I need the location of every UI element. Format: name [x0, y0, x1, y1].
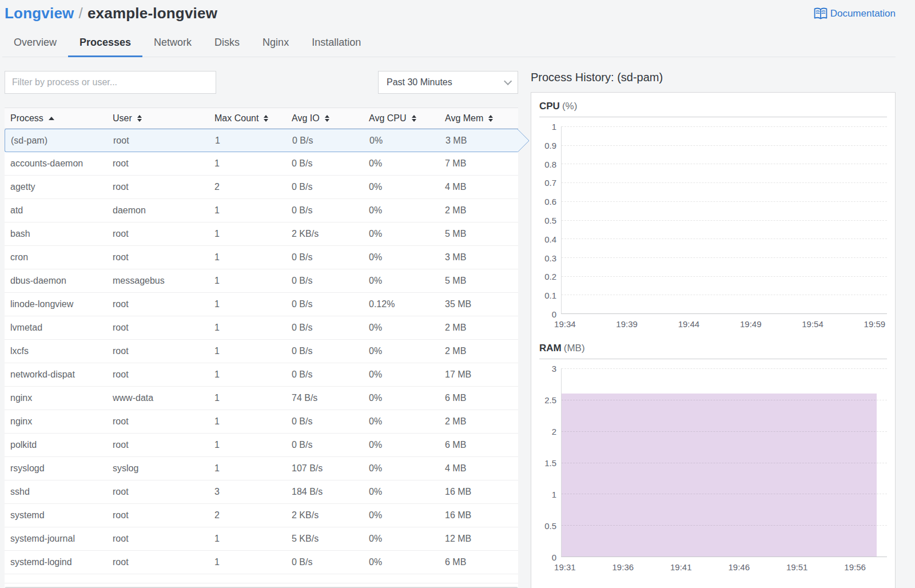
table-row-agetty[interactable]: agettyroot20 B/s0%4 MB [5, 176, 518, 199]
table-row-dbus-daemon[interactable]: dbus-daemonmessagebus10 B/s0%5 MB [5, 269, 518, 293]
documentation-link[interactable]: Documentation [813, 7, 896, 21]
table-row-lxcfs[interactable]: lxcfsroot10 B/s0%2 MB [5, 340, 518, 363]
y-tick-label: 1.5 [544, 458, 556, 468]
table-row-polkitd[interactable]: polkitdroot10 B/s0%6 MB [5, 434, 518, 457]
table-row-rsyslogd[interactable]: rsyslogdsyslog1107 B/s0%4 MB [5, 457, 518, 480]
gridline [562, 400, 887, 400]
y-tick-label: 0.8 [544, 159, 556, 169]
cell-avg_cpu: 0% [363, 346, 439, 356]
main-content: Past 30 Minutes ProcessUserMax CountAvg … [0, 71, 915, 588]
gridline [562, 295, 887, 295]
gridline [562, 239, 887, 239]
cell-avg_mem: 17 MB [439, 370, 518, 380]
process-table-header: ProcessUserMax CountAvg IOAvg CPUAvg Mem [5, 108, 518, 129]
cell-max_count: 1 [209, 276, 286, 286]
cell-avg_mem: 6 MB [439, 440, 518, 450]
table-row-linode-longview[interactable]: linode-longviewroot10 B/s0.12%35 MB [5, 293, 518, 316]
column-label: Avg CPU [369, 113, 407, 124]
cell-process: rsyslogd [5, 463, 107, 474]
sort-both-icon [488, 115, 493, 122]
cell-avg_mem: 7 MB [439, 158, 518, 169]
cpu-chart-area: 10.90.80.70.60.50.40.30.20.10 [539, 126, 887, 314]
column-header-avg-cpu[interactable]: Avg CPU [363, 113, 439, 124]
gridline [562, 126, 887, 127]
cell-user: root [107, 346, 209, 356]
table-row-sd-pam[interactable]: (sd-pam)root10 B/s0%3 MB [5, 129, 518, 152]
cell-process: bash [5, 229, 107, 239]
cell-avg_cpu: 0% [363, 463, 439, 474]
cell-max_count: 1 [209, 370, 286, 380]
gridline [562, 257, 887, 258]
table-row-sshd[interactable]: sshdroot3184 B/s0%16 MB [5, 480, 518, 504]
cell-avg_mem: 2 MB [439, 323, 518, 333]
cell-avg_io: 0 B/s [286, 370, 363, 380]
cell-avg_io: 0 B/s [286, 557, 363, 567]
ram-chart-title: RAM [539, 343, 562, 353]
time-range-select[interactable]: Past 30 Minutes [378, 71, 518, 94]
tab-network[interactable]: Network [142, 31, 203, 57]
cell-max_count: 1 [209, 463, 286, 474]
cell-avg_cpu: 0% [363, 557, 439, 567]
table-row-bash[interactable]: bashroot12 KB/s0%5 MB [5, 223, 518, 246]
cell-max_count: 1 [209, 229, 286, 239]
cell-user: root [107, 252, 209, 263]
chart-divider [539, 359, 887, 359]
tab-disks[interactable]: Disks [203, 31, 251, 57]
process-list-column: Past 30 Minutes ProcessUserMax CountAvg … [5, 71, 518, 588]
cell-process: systemd [5, 510, 107, 521]
x-tick-label: 19:41 [670, 562, 692, 572]
table-row-lvmetad[interactable]: lvmetadroot10 B/s0%2 MB [5, 316, 518, 340]
cell-avg_cpu: 0% [363, 487, 439, 497]
cell-avg_mem: 12 MB [439, 534, 518, 544]
ram-plot-area [561, 368, 887, 557]
table-row-networkd-dispat[interactable]: networkd-dispatroot10 B/s0%17 MB [5, 363, 518, 387]
table-row-atd[interactable]: atddaemon10 B/s0%2 MB [5, 199, 518, 223]
process-filter-input[interactable] [5, 71, 216, 94]
table-row-systemd-journal[interactable]: systemd-journalroot15 KB/s0%12 MB [5, 527, 518, 551]
cell-process: networkd-dispat [5, 370, 107, 380]
cell-process: polkitd [5, 440, 107, 450]
triangle-down-icon [488, 119, 493, 122]
cell-avg_io: 0 B/s [286, 205, 363, 216]
table-row-accounts-daemon[interactable]: accounts-daemonroot10 B/s0%7 MB [5, 152, 518, 176]
table-row-systemd-logind[interactable]: systemd-logindroot10 B/s0%6 MB [5, 551, 518, 574]
ram-usage-chart: RAM(MB) 32.521.510.50 19:3119:3619:4119:… [539, 343, 887, 577]
gridline [562, 201, 887, 202]
tab-processes[interactable]: Processes [68, 31, 142, 57]
x-tick-label: 19:49 [740, 319, 762, 329]
ram-chart-unit: (MB) [564, 343, 585, 353]
tab-installation[interactable]: Installation [300, 31, 372, 57]
triangle-up-icon [412, 115, 416, 118]
table-row-systemd[interactable]: systemdroot22 KB/s0%16 MB [5, 504, 518, 527]
tab-overview[interactable]: Overview [2, 31, 68, 57]
table-row-cron[interactable]: cronroot10 B/s0%3 MB [5, 246, 518, 269]
column-header-avg-io[interactable]: Avg IO [286, 113, 363, 124]
breadcrumb-section-link[interactable]: Longview [5, 5, 74, 22]
x-tick-label: 19:44 [678, 319, 700, 329]
cell-avg_mem: 16 MB [439, 487, 518, 497]
x-tick-label: 19:59 [864, 319, 886, 329]
cell-user: root [107, 323, 209, 333]
cell-avg_io: 2 KB/s [286, 510, 363, 521]
ram-area-fill [562, 394, 877, 557]
y-tick-label: 0.5 [544, 521, 556, 531]
cpu-chart-title: CPU [539, 101, 560, 112]
gridline [562, 525, 887, 526]
cell-avg_cpu: 0% [363, 440, 439, 450]
column-header-user[interactable]: User [107, 113, 209, 124]
column-header-avg-mem[interactable]: Avg Mem [439, 113, 518, 124]
triangle-down-icon [412, 119, 416, 122]
cpu-usage-chart: CPU(%) 10.90.80.70.60.50.40.30.20.10 19:… [539, 101, 887, 333]
table-row-nginx[interactable]: nginxwww-data174 B/s0%6 MB [5, 387, 518, 410]
y-tick-label: 0.2 [544, 272, 556, 281]
column-header-max-count[interactable]: Max Count [209, 113, 286, 124]
column-header-process[interactable]: Process [5, 113, 107, 124]
cell-avg_io: 2 KB/s [286, 229, 363, 239]
process-table: ProcessUserMax CountAvg IOAvg CPUAvg Mem… [5, 108, 518, 588]
tab-nginx[interactable]: Nginx [251, 31, 300, 57]
cell-avg_io: 107 B/s [286, 463, 363, 474]
gridline [562, 164, 887, 164]
table-row-nginx[interactable]: nginxroot10 B/s0%2 MB [5, 410, 518, 434]
column-label: Process [10, 113, 43, 124]
y-tick-label: 0.4 [544, 234, 556, 244]
